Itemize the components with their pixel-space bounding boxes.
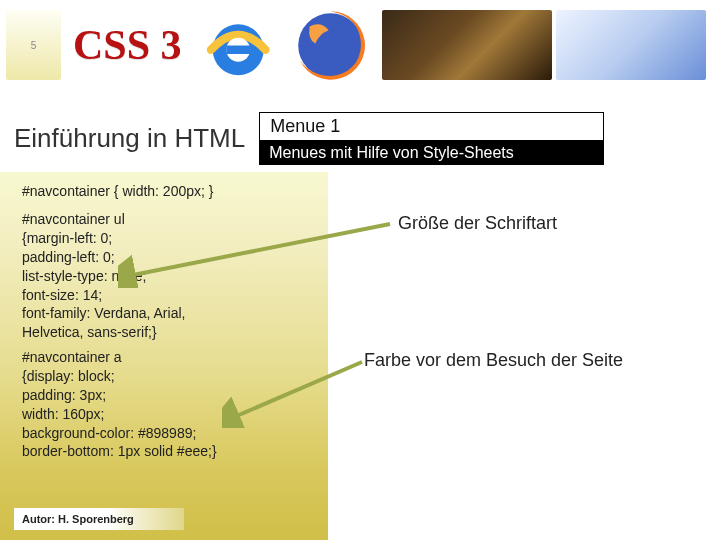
header-logo-strip: 5 CSS 3 [0,0,720,86]
code-block-2: #navcontainer ul {margin-left: 0; paddin… [22,210,185,342]
html-code-closeup-photo [556,10,706,80]
title-row: Einführung in HTML Menue 1 Menues mit Hi… [14,112,604,165]
firefox-icon [283,10,378,80]
annotation-font-size: Größe der Schriftart [398,213,557,234]
speaker-photo [382,10,552,80]
code-block-3: #navcontainer a {display: block; padding… [22,348,217,461]
css3-wordmark: CSS 3 [65,10,190,80]
code-block-1: #navcontainer { width: 200px; } [22,182,213,201]
subtitle-group: Menue 1 Menues mit Hilfe von Style-Sheet… [259,112,604,165]
author-label: Autor: H. Sporenberg [14,508,184,530]
annotation-color-before-visit: Farbe vor dem Besuch der Seite [364,350,623,371]
logo-tile-text: 5 [31,40,37,51]
html5-logo-icon: 5 [6,10,61,80]
page-title: Einführung in HTML [14,123,245,154]
internet-explorer-icon [194,10,279,80]
subtitle-bottom: Menues mit Hilfe von Style-Sheets [259,141,604,165]
svg-rect-2 [226,45,250,54]
subtitle-top: Menue 1 [259,112,604,141]
